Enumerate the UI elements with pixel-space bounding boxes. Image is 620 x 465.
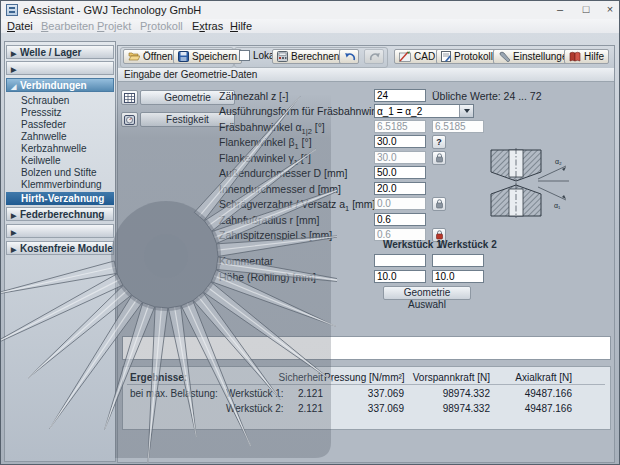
col-pressung: Pressung [N/mm²] <box>324 372 404 383</box>
geometry-select-button[interactable]: Geometrie Auswahl <box>383 286 471 300</box>
label-flankenwinkel-gamma: Flankenwinkel γ1 [°] <box>219 152 311 167</box>
sidebar-item-presssitz[interactable]: Presssitz <box>6 107 114 119</box>
results-pressure: 337.069 <box>344 403 404 414</box>
menu-projekt: Projekt <box>95 19 133 33</box>
open-button[interactable]: Öffnen <box>123 49 178 64</box>
results-separator <box>127 384 605 385</box>
undo-button[interactable] <box>339 49 359 64</box>
lock-icon <box>435 199 444 209</box>
chevron-expanded-icon: ◢ <box>11 80 20 94</box>
lock-button-offset[interactable] <box>432 197 446 211</box>
sidebar-item-kerbzahnwelle[interactable]: Kerbzahnwelle <box>6 143 114 155</box>
flank-angle-beta-input[interactable] <box>374 135 426 148</box>
wrench-icon <box>498 51 510 62</box>
variant-value: α_1 = α_2 <box>377 106 422 117</box>
sidebar-item-riemenberechnung[interactable]: ▶Riemenberechnung <box>6 224 114 238</box>
results-axial: 49487.166 <box>501 403 572 414</box>
label-hoehe-rohling: Höhe (Rohling) [mm] <box>219 271 316 283</box>
sidebar-item-passfeder[interactable]: Passfeder <box>6 119 114 131</box>
close-icon[interactable]: × <box>601 3 619 17</box>
app-frame: ▶Welle / Lager ▶Zahnradberechnung ◢Verbi… <box>1 33 620 465</box>
help-question-button[interactable]: ? <box>432 135 446 149</box>
label-ausfuehrungsform: Ausführungsform für Fräsbahnwinkel: <box>219 105 394 117</box>
results-safety: 2.121 <box>283 403 323 414</box>
variant-dropdown[interactable]: α_1 = α_2 <box>374 104 474 118</box>
sidebar-item-federberechnung[interactable]: ▶Federberechnung <box>6 207 114 221</box>
menu-datei[interactable]: Datei <box>5 19 35 33</box>
sidebar-item-welle-lager[interactable]: ▶Welle / Lager <box>6 45 114 59</box>
milling-angle-input-2 <box>432 120 484 133</box>
sidebar-item-zahnradberechnung[interactable]: ▶Zahnradberechnung <box>6 61 114 75</box>
label-flankenwinkel-beta: Flankenwinkel β1 [°] <box>219 136 312 151</box>
sidebar-item-kostenfreie-module[interactable]: ▶Kostenfreie Module <box>6 241 114 255</box>
results-row-name: Werkstück 2: <box>226 403 284 414</box>
results-preload: 98974.332 <box>415 388 490 399</box>
maximize-icon[interactable]: □ <box>577 3 595 17</box>
save-button[interactable]: Speichern <box>173 49 242 64</box>
outer-diameter-input[interactable] <box>374 166 426 179</box>
geometry-icon-button[interactable] <box>121 90 138 105</box>
col-sicherheit: Sicherheit <box>253 372 323 383</box>
inner-diameter-input[interactable] <box>374 182 426 195</box>
grid-icon <box>124 93 135 103</box>
lock-icon <box>435 153 444 163</box>
strength-icon-button[interactable] <box>121 112 138 127</box>
blank-height-input-1[interactable] <box>374 270 426 283</box>
col-axialkraft: Axialkraft [N] <box>491 372 572 383</box>
lock-button-gamma[interactable] <box>432 151 446 165</box>
comment-input-2[interactable] <box>432 254 484 267</box>
label-kommentar: Kommentar <box>219 255 273 267</box>
cad-button[interactable]: CAD <box>394 49 440 64</box>
workpiece-2-label: Werkstück 2 <box>438 239 497 250</box>
label-fraesbahnwinkel: Fräsbahnwinkel α1|2 [°] <box>219 121 325 136</box>
results-load-label: bei max. Belastung: <box>130 388 218 399</box>
book-icon <box>569 51 581 62</box>
cad-icon <box>399 51 411 62</box>
chevron-down-icon[interactable] <box>459 105 473 117</box>
menu-bearbeiten: Bearbeiten <box>39 19 96 33</box>
root-radius-input[interactable] <box>374 213 426 226</box>
sidebar-item-schrauben[interactable]: Schrauben <box>6 95 114 107</box>
save-disk-icon <box>178 51 189 62</box>
chevron-right-icon: ▶ <box>11 209 20 223</box>
chevron-right-icon: ▶ <box>11 63 20 77</box>
section-title-bar: Eingabe der Geometrie-Daten <box>118 68 614 82</box>
undo-icon <box>344 52 356 62</box>
sidebar-item-zahnwelle[interactable]: Zahnwelle <box>6 131 114 143</box>
content-panel: Öffnen Speichern Lokal Berechnen <box>117 45 615 463</box>
menu-extras[interactable]: Extras <box>190 19 225 33</box>
label-zahnfussradius: Zahnfußradius r [mm] <box>219 214 319 226</box>
menu-bar: Datei Bearbeiten Projekt Protokoll Extra… <box>1 19 619 34</box>
app-icon <box>6 4 18 16</box>
comment-input-1[interactable] <box>374 254 426 267</box>
checkbox-icon <box>239 50 250 61</box>
chevron-right-icon: ▶ <box>11 243 20 257</box>
sidebar-item-hirth-verzahnung[interactable]: Hirth-Verzahnung <box>6 192 114 205</box>
hirth-coupling-drawing: α₂ α₁ <box>488 148 572 218</box>
menu-hilfe[interactable]: Hilfe <box>228 19 254 33</box>
redo-button <box>364 49 384 64</box>
gauge-icon <box>124 115 135 125</box>
teeth-hint: Übliche Werte: 24 ... 72 <box>432 90 542 102</box>
calculate-button[interactable]: Berechnen <box>272 49 344 64</box>
sidebar-item-bolzen-und-stifte[interactable]: Bolzen und Stifte <box>6 167 114 179</box>
offset-input <box>374 197 426 210</box>
section-title: Eingabe der Geometrie-Daten <box>124 69 257 80</box>
results-panel: Ergebnisse: Sicherheit Pressung [N/mm²] … <box>122 366 611 430</box>
blank-height-input-2[interactable] <box>432 270 484 283</box>
folder-open-icon <box>128 51 140 62</box>
toolbar: Öffnen Speichern Lokal Berechnen <box>118 46 614 69</box>
title-bar: eAssistant - GWJ Technology GmbH – □ × <box>1 1 619 20</box>
protocol-button[interactable]: Protokoll <box>436 49 498 64</box>
sidebar: ▶Welle / Lager ▶Zahnradberechnung ◢Verbi… <box>4 41 116 462</box>
sidebar-item-klemmverbindung[interactable]: Klemmverbindung <box>6 179 114 191</box>
sidebar-item-keilwelle[interactable]: Keilwelle <box>6 155 114 167</box>
results-title: Ergebnisse: <box>130 372 187 383</box>
teeth-count-input[interactable] <box>374 89 426 102</box>
results-axial: 49487.166 <box>501 388 572 399</box>
minimize-icon[interactable]: – <box>551 3 569 17</box>
redo-icon <box>369 52 381 62</box>
sidebar-item-verbindungen[interactable]: ◢Verbindungen <box>6 78 114 92</box>
help-button[interactable]: Hilfe <box>564 49 609 64</box>
label-zahnspitzenspiel: Zahnspitzenspiel s [mm] <box>219 229 332 241</box>
